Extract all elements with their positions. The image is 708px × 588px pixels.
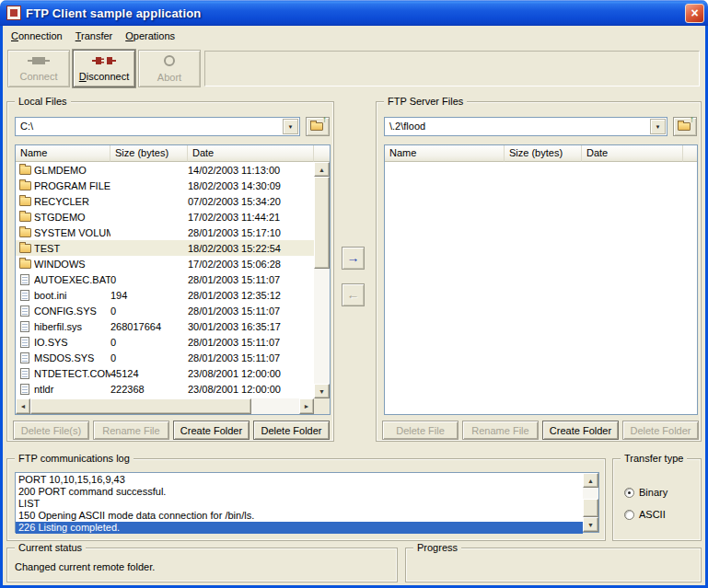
column-header-date[interactable]: Date: [582, 145, 683, 162]
rename-file-button[interactable]: Rename File: [93, 421, 169, 440]
scroll-up-button[interactable]: ▲: [314, 162, 330, 177]
radio-binary[interactable]: Binary: [624, 487, 667, 498]
delete-file-button[interactable]: Delete File: [382, 421, 458, 440]
local-file-list[interactable]: NameSize (bytes)Date GLMDEMO14/02/2003 1…: [15, 144, 331, 415]
scroll-track[interactable]: [314, 177, 330, 384]
disconnect-button[interactable]: Disconnect: [73, 50, 135, 87]
scroll-thumb[interactable]: [314, 177, 330, 269]
scroll-up-button[interactable]: ▲: [583, 473, 598, 488]
server-file-list[interactable]: NameSize (bytes)Date: [384, 144, 698, 415]
abort-button[interactable]: Abort: [138, 50, 201, 87]
column-header-size-bytes[interactable]: Size (bytes): [505, 145, 582, 162]
create-folder-button[interactable]: Create Folder: [542, 421, 619, 440]
local-up-folder-button[interactable]: ↑: [306, 117, 330, 136]
log-line-3[interactable]: 150 Opening ASCII mode data connection f…: [16, 510, 583, 522]
delete-folder-button[interactable]: Delete Folder: [622, 421, 699, 440]
file-size-cell: 0: [110, 306, 188, 317]
file-row-glmdemo[interactable]: GLMDEMO14/02/2003 11:13:00: [16, 162, 314, 178]
connect-button[interactable]: Connect: [7, 50, 70, 87]
file-row-config-sys[interactable]: CONFIG.SYS028/01/2003 15:11:07: [16, 303, 314, 318]
close-icon: ×: [691, 6, 698, 20]
scroll-thumb[interactable]: [30, 398, 251, 414]
log-vertical-scrollbar[interactable]: ▲ ▼: [583, 473, 598, 532]
file-date-cell: 18/02/2003 14:30:09: [188, 180, 314, 191]
file-row-stgdemo[interactable]: STGDEMO17/02/2003 11:44:21: [16, 209, 314, 225]
transfer-to-local-button[interactable]: ←: [342, 283, 365, 306]
arrow-up-icon: ▲: [319, 167, 325, 173]
log-box[interactable]: PORT 10,10,15,16,9,43200 PORT command su…: [15, 472, 599, 533]
log-line-2[interactable]: LIST: [16, 498, 583, 510]
create-folder-button[interactable]: Create Folder: [173, 421, 250, 440]
file-row-hiberfil-sys[interactable]: hiberfil.sys26801766430/01/2003 16:35:17: [16, 318, 314, 334]
server-up-folder-button[interactable]: ↑: [673, 117, 697, 136]
file-date-cell: 28/01/2003 15:11:07: [188, 306, 314, 317]
local-path-combo[interactable]: C:\ ▼: [15, 117, 300, 136]
file-glyph: [20, 290, 29, 301]
column-header-name[interactable]: Name: [16, 145, 110, 162]
menu-item-transfer[interactable]: Transfer: [69, 28, 120, 44]
local-combo-dropdown-button[interactable]: ▼: [283, 119, 298, 134]
arrow-down-icon: ▼: [587, 522, 594, 528]
server-file-buttons: Delete FileRename FileCreate FolderDelet…: [382, 421, 699, 440]
log-line-0[interactable]: PORT 10,10,15,16,9,43: [16, 474, 583, 486]
scroll-right-button[interactable]: ►: [299, 398, 314, 414]
plug-connect-icon: [27, 55, 51, 68]
column-header-size-bytes[interactable]: Size (bytes): [110, 145, 188, 162]
delete-file-s-button[interactable]: Delete File(s): [13, 421, 89, 440]
server-files-group-label: FTP Server Files: [384, 95, 467, 108]
radio-ascii[interactable]: ASCII: [624, 509, 667, 520]
folder-icon: [16, 227, 34, 237]
close-button[interactable]: ×: [685, 4, 704, 23]
file-row-test[interactable]: TEST18/02/2003 15:22:54: [16, 240, 314, 256]
server-list-rows: [385, 162, 697, 414]
local-horizontal-scrollbar[interactable]: ◄ ►: [16, 398, 314, 414]
local-path-value: C:\: [16, 118, 282, 135]
file-row-autoexec-bat[interactable]: AUTOEXEC.BAT028/01/2003 15:11:07: [16, 271, 314, 287]
column-header-date[interactable]: Date: [188, 145, 314, 162]
folder-glyph: [19, 197, 31, 206]
local-vertical-scrollbar[interactable]: ▲ ▼: [314, 162, 330, 398]
file-row-recycler[interactable]: RECYCLER07/02/2003 15:34:20: [16, 193, 314, 209]
titlebar[interactable]: FTP Client sample application ×: [0, 0, 708, 26]
server-path-combo[interactable]: \.2\flood ▼: [384, 117, 667, 136]
file-icon: [16, 306, 34, 317]
radio-label: Binary: [639, 487, 667, 498]
scroll-track[interactable]: [583, 488, 598, 517]
rename-file-button[interactable]: Rename File: [462, 421, 539, 440]
server-combo-dropdown-button[interactable]: ▼: [650, 119, 666, 134]
folder-icon: [16, 212, 34, 222]
menu-item-connection[interactable]: Connection: [5, 28, 69, 44]
file-name-cell: AUTOEXEC.BAT: [34, 274, 110, 285]
scroll-down-button[interactable]: ▼: [314, 384, 330, 398]
file-size-cell: 194: [110, 290, 188, 301]
log-line-1[interactable]: 200 PORT command successful.: [16, 486, 583, 498]
column-header-name[interactable]: Name: [385, 145, 505, 162]
file-size-cell: 0: [110, 337, 188, 348]
scroll-track[interactable]: [30, 398, 299, 414]
scroll-thumb[interactable]: [583, 499, 598, 517]
file-row-program-files[interactable]: PROGRAM FILES18/02/2003 14:30:09: [16, 178, 314, 193]
scroll-left-button[interactable]: ◄: [16, 398, 30, 414]
file-name-cell: CONFIG.SYS: [34, 306, 110, 317]
file-name-cell: SYSTEM VOLUME ...: [34, 227, 110, 238]
file-row-io-sys[interactable]: IO.SYS028/01/2003 15:11:07: [16, 334, 314, 350]
column-header-filler: [314, 145, 330, 162]
transfer-to-server-button[interactable]: →: [342, 247, 365, 270]
file-row-windows[interactable]: WINDOWS17/02/2003 15:06:28: [16, 256, 314, 271]
file-glyph: [20, 368, 29, 379]
progress-group: Progress: [405, 548, 702, 582]
menu-item-operations[interactable]: Operations: [119, 28, 181, 44]
file-size-cell: 0: [110, 352, 188, 363]
arrow-right-icon: →: [347, 250, 360, 265]
local-file-buttons: Delete File(s)Rename FileCreate FolderDe…: [13, 421, 330, 440]
file-row-system-volume[interactable]: SYSTEM VOLUME ...28/01/2003 15:17:10: [16, 225, 314, 240]
file-row-boot-ini[interactable]: boot.ini19428/01/2003 12:35:12: [16, 287, 314, 303]
server-list-header: NameSize (bytes)Date: [385, 145, 697, 162]
folder-glyph: [19, 213, 31, 222]
delete-folder-button[interactable]: Delete Folder: [253, 421, 330, 440]
log-line-4[interactable]: 226 Listing completed.: [16, 522, 583, 534]
scroll-down-button[interactable]: ▼: [583, 517, 598, 532]
file-row-ntdetect-com[interactable]: NTDETECT.COM4512423/08/2001 12:00:00: [16, 365, 314, 381]
file-row-msdos-sys[interactable]: MSDOS.SYS028/01/2003 15:11:07: [16, 350, 314, 365]
file-row-ntldr[interactable]: ntldr22236823/08/2001 12:00:00: [16, 381, 314, 397]
